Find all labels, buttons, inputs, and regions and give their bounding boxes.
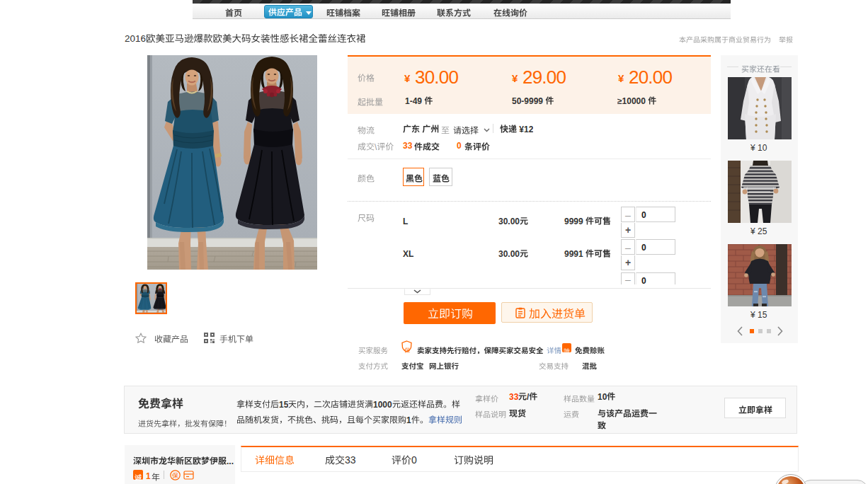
svg-text:30.00: 30.00 [498, 217, 520, 225]
svg-text:10: 10 [598, 392, 607, 401]
svg-text:2016: 2016 [125, 33, 146, 44]
svg-text:保: 保 [171, 472, 178, 479]
svg-text:/: / [527, 392, 530, 401]
svg-text:33: 33 [509, 392, 518, 401]
svg-text:15: 15 [279, 400, 288, 408]
svg-text:1-49: 1-49 [405, 96, 422, 105]
svg-text:50-9999: 50-9999 [512, 96, 543, 105]
svg-text:9999: 9999 [564, 217, 583, 225]
svg-text:33: 33 [345, 455, 356, 465]
svg-text:\: \ [375, 142, 377, 151]
svg-text:1: 1 [406, 415, 411, 424]
svg-text:1000: 1000 [373, 400, 392, 408]
svg-text:0: 0 [411, 455, 417, 465]
svg-text:¥12: ¥12 [519, 125, 533, 133]
svg-text:...: ... [227, 456, 234, 465]
svg-text:9991: 9991 [564, 249, 583, 258]
svg-text:30.00: 30.00 [498, 249, 520, 258]
svg-text:≥10000: ≥10000 [617, 96, 646, 105]
